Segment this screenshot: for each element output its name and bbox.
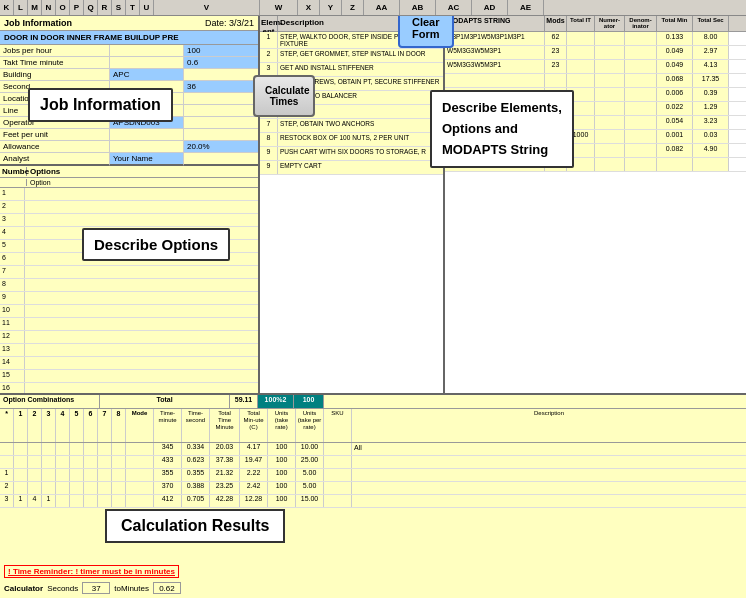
field-value-feet-per-unit — [110, 129, 184, 141]
option-row-num: 6 — [0, 253, 25, 265]
modapts-3[interactable]: W5M3G3W5M3P1 — [445, 60, 545, 73]
num-1 — [595, 32, 625, 45]
list-item: 14 — [0, 357, 258, 370]
option-row-text[interactable] — [25, 266, 258, 278]
table-row: 3 1 4 1 412 0.705 42.28 12.28 100 15.00 — [0, 495, 746, 508]
col-k: K — [0, 0, 14, 15]
totalsec-1: 8.00 — [693, 32, 729, 45]
table-row: 2 STEP, GET GROMMET, STEP INSTALL IN DOO… — [260, 49, 443, 63]
totalmin-2: 0.049 — [657, 46, 693, 59]
element-desc-8[interactable]: RESTOCK BOX OF 100 NUTS, 2 PER UNIT — [278, 133, 443, 146]
option-row-text[interactable] — [25, 279, 258, 291]
job-info-header-row: Job Information Date: 3/3/21 — [0, 16, 258, 31]
list-item: 10 — [0, 305, 258, 318]
col-n: N — [42, 0, 56, 15]
denom-1 — [625, 32, 657, 45]
option-row-num: 9 — [0, 292, 25, 304]
field-value-operator2 — [184, 117, 258, 129]
options-header: Numbe Options — [0, 166, 258, 178]
option-row-text[interactable] — [25, 344, 258, 356]
element-desc-9a[interactable]: PUSH CART WITH SIX DOORS TO STORAGE, R — [278, 147, 443, 160]
element-desc-2[interactable]: STEP, GET GROMMET, STEP INSTALL IN DOOR — [278, 49, 443, 62]
total-min-header: Total Min — [657, 16, 693, 31]
col-w: W — [260, 0, 298, 15]
bottom-col-7: 7 — [98, 409, 112, 442]
totalmin-1: 0.133 — [657, 32, 693, 45]
col-ab: AB — [400, 0, 436, 15]
num-3 — [595, 60, 625, 73]
field-value-jobs-per-hour — [110, 45, 184, 57]
job-info-title: Job Information — [4, 18, 72, 28]
element-desc-7[interactable]: STEP, OBTAIN TWO ANCHORS — [278, 119, 443, 132]
modapts-4[interactable] — [445, 74, 545, 87]
bottom-total-val: 59.11 — [230, 395, 258, 408]
date-label: Date: — [205, 18, 227, 28]
element-num-header: Elem-ent — [260, 16, 278, 31]
totalit-header: Total IT — [567, 16, 595, 31]
bottom-col-units-take-rate: Units (take rate) — [268, 409, 296, 442]
calculate-times-area: Calculate Times — [253, 75, 315, 117]
option-row-num: 12 — [0, 331, 25, 343]
totalmin-4: 0.068 — [657, 74, 693, 87]
field-value-allowance-val: 20.0% — [184, 141, 258, 153]
element-desc-9b[interactable]: EMPTY CART — [278, 161, 443, 174]
option-row-text[interactable] — [25, 201, 258, 213]
denom-6 — [625, 102, 657, 115]
totalsec-9b — [693, 158, 729, 171]
list-item: 9 — [0, 292, 258, 305]
field-label-takt-time: Takt Time minute — [0, 57, 110, 69]
option-combinations-label: Option Combinations — [0, 395, 100, 408]
to-minutes-input[interactable] — [153, 582, 181, 594]
seconds-input[interactable] — [82, 582, 110, 594]
totalmin-9b — [657, 158, 693, 171]
right-col-headers: MODAPTS STRING Mods Total IT Numer-ator … — [445, 16, 746, 32]
field-value-building: APC — [110, 69, 184, 81]
option-row-num: 1 — [0, 188, 25, 200]
modapts-2[interactable]: W5M3G3W5M3P1 — [445, 46, 545, 59]
denom-3 — [625, 60, 657, 73]
col-aa: AA — [364, 0, 400, 15]
denom-5 — [625, 88, 657, 101]
denom-7 — [625, 116, 657, 129]
bottom-col-time-min: Time-minute — [154, 409, 182, 442]
option-row-text[interactable] — [25, 214, 258, 226]
option-row-num: 10 — [0, 305, 25, 317]
job-information-callout: Job Information — [28, 88, 173, 122]
bottom-col-2: 2 — [28, 409, 42, 442]
modapts-string-header: MODAPTS STRING — [445, 16, 545, 31]
bottom-section: Option Combinations Total 59.11 100%2 10… — [0, 393, 746, 598]
options-num-col-label — [2, 179, 27, 186]
num-7 — [595, 116, 625, 129]
field-value-line2 — [184, 105, 258, 117]
column-headers: K L M N O P Q R S T U V W X Y Z AA AB AC… — [0, 0, 746, 16]
modapts-1[interactable]: M3P1M3P1W5M3P1M3P1 — [445, 32, 545, 45]
option-row-text[interactable] — [25, 357, 258, 369]
option-row-text[interactable] — [25, 305, 258, 317]
field-label-analyst: Analyst — [0, 153, 110, 166]
col-m: M — [28, 0, 42, 15]
totalsec-4: 17.35 — [693, 74, 729, 87]
field-value-allowance — [110, 141, 184, 153]
list-item: 12 — [0, 331, 258, 344]
table-row: 9 EMPTY CART — [260, 161, 443, 175]
mods-header: Mods — [545, 16, 567, 31]
totalit-1 — [567, 32, 595, 45]
denom-4 — [625, 74, 657, 87]
num-8 — [595, 130, 625, 143]
table-row: W5M3G3W5M3P1 23 0.049 4.13 — [445, 60, 746, 74]
option-row-text[interactable] — [25, 292, 258, 304]
table-row: W5M3G3W5M3P1 23 0.049 2.97 — [445, 46, 746, 60]
totalmin-5: 0.006 — [657, 88, 693, 101]
list-item: 15 — [0, 370, 258, 383]
table-row: 345 0.334 20.03 4.17 100 10.00 All — [0, 443, 746, 456]
element-num-1: 1 — [260, 32, 278, 48]
option-row-text[interactable] — [25, 370, 258, 382]
option-row-text[interactable] — [25, 318, 258, 330]
total-sec-header: Total Sec — [693, 16, 729, 31]
option-row-text[interactable] — [25, 331, 258, 343]
calculate-times-button[interactable]: Calculate Times — [253, 75, 315, 117]
timer-reminder-row: ! Time Reminder: ! timer must be in minu… — [4, 565, 179, 578]
option-row-text[interactable] — [25, 188, 258, 200]
col-t: T — [126, 0, 140, 15]
totalsec-7: 3.23 — [693, 116, 729, 129]
